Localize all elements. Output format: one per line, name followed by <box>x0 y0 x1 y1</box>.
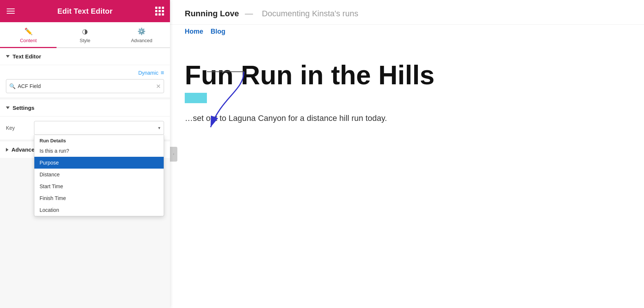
advanced-arrow-icon <box>6 148 8 152</box>
dropdown-item-is-this-a-run[interactable]: Is this a run? <box>34 145 164 157</box>
post-title: Fun Run in the Hills <box>185 61 629 90</box>
panel-header: Edit Text Editor <box>0 0 170 22</box>
dropdown-item-finish-time[interactable]: Finish Time <box>34 192 164 204</box>
left-panel: Edit Text Editor ✏️ Content ◑ Style ⚙️ A… <box>0 0 170 308</box>
gear-icon: ⚙️ <box>137 27 146 35</box>
dropdown-item-start-time[interactable]: Start Time <box>34 180 164 192</box>
dropdown-item-distance[interactable]: Distance <box>34 169 164 180</box>
tab-advanced-label: Advanced <box>131 38 152 43</box>
grid-icon[interactable] <box>155 7 163 16</box>
hamburger-icon[interactable] <box>7 7 15 15</box>
text-editor-section-header[interactable]: Text Editor <box>0 48 170 65</box>
dropdown-menu: Run Details Is this a run? Purpose Dista… <box>34 135 164 216</box>
article-area: Fun Run in the Hills …set out to Laguna … <box>170 38 644 308</box>
pencil-icon: ✏️ <box>24 27 33 35</box>
tab-style[interactable]: ◑ Style <box>57 22 113 48</box>
clear-icon[interactable]: ✕ <box>156 83 161 90</box>
post-excerpt: …set out to Laguna Canyon for a distance… <box>185 112 629 124</box>
dropdown-item-location[interactable]: Location <box>34 204 164 216</box>
acf-field-input[interactable] <box>18 83 156 89</box>
dropdown-item-purpose[interactable]: Purpose <box>34 157 164 169</box>
site-title-area: Running Love — Documenting Kinsta's runs <box>185 9 358 18</box>
resize-handle[interactable]: ‹ <box>170 147 177 162</box>
post-excerpt-text: …set out to Laguna Canyon for a distance… <box>185 114 387 123</box>
tab-advanced[interactable]: ⚙️ Advanced <box>113 22 170 48</box>
dynamic-row: Dynamic ≡ <box>0 65 170 79</box>
key-label: Key <box>6 125 28 131</box>
nav-link-home[interactable]: Home <box>185 28 203 35</box>
settings-section-header[interactable]: Settings <box>0 99 170 116</box>
key-row: Key ▾ Run Details Is this a run? Purpose… <box>0 116 170 139</box>
panel-body: Text Editor Dynamic ≡ 🔍 ✕ Settings Key <box>0 48 170 308</box>
key-select[interactable] <box>34 121 164 135</box>
site-nav: Home Blog <box>170 25 644 38</box>
search-icon: 🔍 <box>9 83 16 89</box>
acf-field-row: 🔍 ✕ <box>0 79 170 98</box>
site-title: Running Love <box>185 9 239 18</box>
site-separator: — <box>245 9 253 18</box>
main-content: Running Love — Documenting Kinsta's runs… <box>170 0 644 308</box>
settings-section: Settings Key ▾ Run Details Is this a run… <box>0 99 170 139</box>
site-header: Running Love — Documenting Kinsta's runs <box>170 0 644 25</box>
dynamic-icon[interactable]: ≡ <box>161 70 164 76</box>
key-select-wrapper: ▾ Run Details Is this a run? Purpose Dis… <box>34 121 164 135</box>
dynamic-button[interactable]: Dynamic <box>138 70 158 76</box>
text-editor-label: Text Editor <box>13 53 41 60</box>
tab-style-label: Style <box>80 38 91 43</box>
tab-content-label: Content <box>20 38 37 43</box>
settings-label: Settings <box>13 105 34 111</box>
acf-input-wrapper: 🔍 ✕ <box>6 79 164 93</box>
selection-bar <box>185 93 207 103</box>
tab-content[interactable]: ✏️ Content <box>0 22 57 48</box>
nav-link-blog[interactable]: Blog <box>211 28 225 35</box>
panel-title: Edit Text Editor <box>57 7 113 16</box>
collapse-arrow-icon <box>6 55 10 58</box>
style-icon: ◑ <box>82 27 88 35</box>
site-tagline: Documenting Kinsta's runs <box>262 9 358 18</box>
dropdown-group-label: Run Details <box>34 135 164 145</box>
panel-tabs: ✏️ Content ◑ Style ⚙️ Advanced <box>0 22 170 48</box>
settings-arrow-icon <box>6 106 10 109</box>
